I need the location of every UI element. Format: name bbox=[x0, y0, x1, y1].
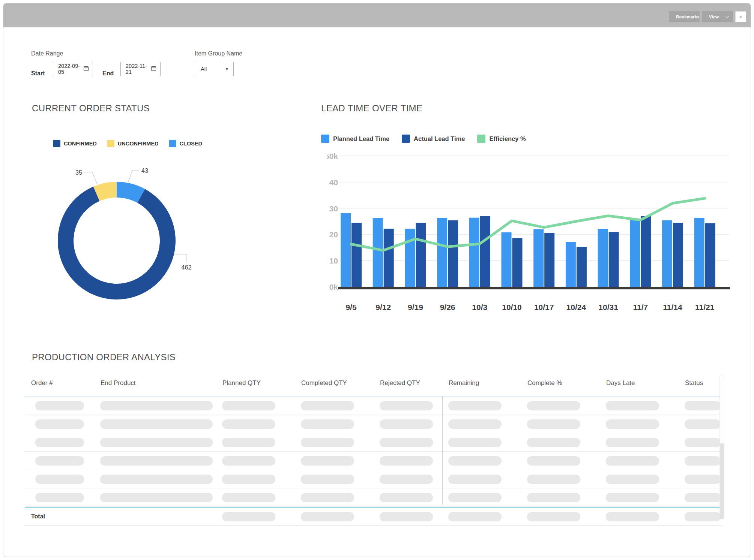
loading-placeholder bbox=[222, 438, 275, 447]
efficiency-line[interactable] bbox=[351, 198, 705, 250]
loading-placeholder bbox=[527, 493, 580, 502]
bar-planned-lead-time[interactable] bbox=[405, 229, 415, 287]
legend-item: Planned Lead Time bbox=[321, 135, 389, 143]
bar-planned-lead-time[interactable] bbox=[341, 213, 351, 287]
loading-placeholder bbox=[380, 475, 433, 484]
column-header-end-product: End Product bbox=[94, 379, 216, 387]
table-cell bbox=[679, 512, 722, 521]
item-group-value: All bbox=[201, 66, 207, 72]
bar-actual-lead-time[interactable] bbox=[448, 220, 458, 287]
table-cell bbox=[600, 475, 679, 484]
table-cell bbox=[94, 438, 216, 447]
bar-planned-lead-time[interactable] bbox=[469, 218, 479, 287]
bar-actual-lead-time[interactable] bbox=[351, 223, 362, 287]
loading-placeholder bbox=[685, 401, 721, 410]
bar-planned-lead-time[interactable] bbox=[437, 218, 447, 287]
loading-placeholder bbox=[301, 456, 354, 466]
legend-label: UNCONFIRMED bbox=[118, 141, 159, 147]
x-axis-tick-label: 10/17 bbox=[534, 303, 554, 311]
loading-placeholder bbox=[35, 401, 84, 410]
bar-actual-lead-time[interactable] bbox=[641, 216, 651, 287]
loading-placeholder bbox=[380, 456, 433, 466]
table-cell bbox=[216, 456, 295, 466]
table-cell bbox=[94, 475, 216, 484]
table-scrollbar[interactable] bbox=[719, 374, 724, 520]
x-axis-tick-label: 11/7 bbox=[633, 303, 648, 311]
loading-placeholder bbox=[448, 401, 502, 410]
table-cell bbox=[295, 456, 374, 466]
end-date-input[interactable]: 2022-11-21 bbox=[120, 62, 161, 76]
table-cell bbox=[94, 456, 216, 466]
bar-actual-lead-time[interactable] bbox=[416, 223, 426, 287]
table-cell bbox=[521, 493, 600, 502]
table-cell bbox=[679, 456, 722, 466]
x-axis-tick-label: 9/5 bbox=[345, 303, 357, 311]
bar-planned-lead-time[interactable] bbox=[566, 242, 576, 287]
bookmarks-button[interactable]: Bookmarks bbox=[669, 11, 700, 22]
y-axis-tick-label: 40 bbox=[329, 178, 338, 187]
donut-slice-confirmed[interactable] bbox=[58, 187, 176, 299]
table-cell bbox=[521, 401, 600, 410]
bar-planned-lead-time[interactable] bbox=[373, 218, 383, 287]
legend-swatch bbox=[107, 140, 114, 147]
bar-planned-lead-time[interactable] bbox=[662, 220, 672, 287]
bar-actual-lead-time[interactable] bbox=[544, 233, 554, 287]
y-axis-tick-label: 20 bbox=[329, 230, 338, 239]
donut-label-leader-line bbox=[84, 172, 97, 184]
production-order-table: Order #End ProductPlanned QTYCompleted Q… bbox=[25, 379, 722, 526]
x-axis-tick-label: 9/12 bbox=[375, 303, 391, 311]
table-row bbox=[25, 470, 722, 488]
legend-item: CLOSED bbox=[169, 140, 202, 147]
bar-planned-lead-time[interactable] bbox=[630, 219, 640, 287]
loading-placeholder bbox=[35, 493, 84, 502]
legend-swatch bbox=[169, 140, 176, 147]
legend-swatch bbox=[402, 135, 410, 143]
table-cell bbox=[374, 512, 442, 521]
table-cell bbox=[600, 493, 679, 502]
loading-placeholder bbox=[100, 493, 213, 502]
bar-actual-lead-time[interactable] bbox=[577, 247, 587, 287]
bar-planned-lead-time[interactable] bbox=[598, 229, 608, 287]
loading-placeholder bbox=[606, 419, 659, 429]
bar-actual-lead-time[interactable] bbox=[705, 223, 715, 287]
loading-placeholder bbox=[301, 512, 354, 521]
legend-swatch bbox=[321, 135, 329, 143]
close-button[interactable]: × bbox=[735, 11, 746, 22]
legend-item: CONFIRMED bbox=[53, 140, 97, 147]
y-axis-tick-label: 50k bbox=[327, 152, 338, 160]
donut-data-label: 462 bbox=[181, 264, 192, 271]
table-scrollbar-thumb[interactable] bbox=[720, 443, 724, 519]
bar-actual-lead-time[interactable] bbox=[480, 216, 490, 287]
start-date-input[interactable]: 2022-09-05 bbox=[53, 62, 93, 76]
bar-actual-lead-time[interactable] bbox=[673, 223, 683, 287]
bar-planned-lead-time[interactable] bbox=[694, 218, 704, 287]
combo-section-title: LEAD TIME OVER TIME bbox=[321, 103, 422, 114]
loading-placeholder bbox=[685, 512, 721, 521]
lead-time-combo-chart[interactable]: 0k1020304050k9/59/129/199/2610/310/1010/… bbox=[327, 151, 730, 318]
legend-label: Efficiency % bbox=[489, 135, 526, 142]
table-section-title: PRODUCTION ORDER ANALYSIS bbox=[32, 352, 176, 362]
bar-planned-lead-time[interactable] bbox=[533, 229, 544, 287]
donut-label-leader-line bbox=[128, 170, 139, 182]
item-group-dropdown[interactable]: All ▼ bbox=[195, 62, 234, 76]
table-cell bbox=[374, 493, 442, 502]
table-cell bbox=[295, 401, 374, 410]
dashboard-page: Bookmarks View × Date Range Start 2022-0… bbox=[0, 0, 754, 560]
bar-actual-lead-time[interactable] bbox=[609, 232, 619, 287]
chevron-down-icon bbox=[725, 16, 729, 18]
loading-placeholder bbox=[301, 493, 354, 502]
bar-actual-lead-time[interactable] bbox=[512, 238, 523, 287]
table-cell bbox=[521, 419, 600, 429]
loading-placeholder bbox=[100, 438, 213, 447]
loading-placeholder bbox=[301, 401, 354, 410]
table-cell bbox=[679, 401, 722, 410]
legend-item: UNCONFIRMED bbox=[107, 140, 159, 147]
loading-placeholder bbox=[100, 475, 213, 484]
dashboard-panel: Bookmarks View × Date Range Start 2022-0… bbox=[3, 3, 751, 557]
view-button[interactable]: View bbox=[702, 11, 733, 22]
bar-actual-lead-time[interactable] bbox=[384, 229, 394, 287]
bar-planned-lead-time[interactable] bbox=[502, 232, 512, 287]
order-status-donut-chart[interactable]: 4623543 bbox=[49, 165, 207, 311]
x-axis-tick-label: 10/10 bbox=[502, 303, 522, 311]
column-header-order-: Order # bbox=[25, 379, 94, 387]
